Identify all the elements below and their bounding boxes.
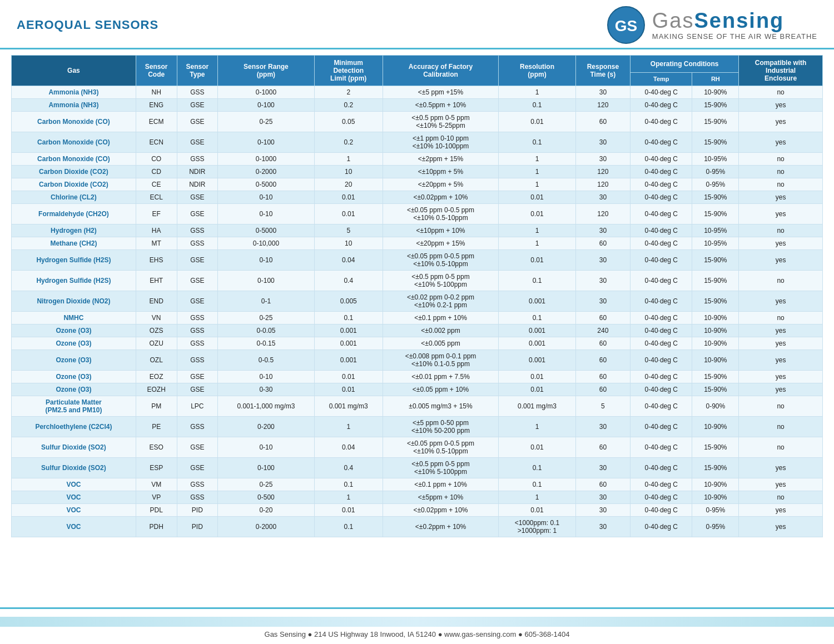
- cell-code: ESO: [136, 437, 177, 458]
- cell-type: GSE: [177, 191, 218, 204]
- cell-compat: yes: [739, 291, 823, 312]
- cell-temp: 0-40·deg C: [631, 86, 692, 99]
- cell-compat: no: [739, 491, 823, 504]
- cell-accuracy: <±10ppm + 5%: [383, 166, 499, 178]
- cell-resolution: 1: [499, 237, 575, 250]
- cell-rh: 0-90%: [692, 396, 739, 417]
- cell-response: 60: [575, 371, 630, 383]
- col-gas: Gas: [12, 56, 136, 86]
- cell-response: 120: [575, 166, 630, 178]
- cell-temp: 0-40·deg C: [631, 153, 692, 166]
- cell-gas: Ozone (O3): [12, 337, 136, 350]
- cell-compat: no: [739, 178, 823, 191]
- cell-compat: yes: [739, 478, 823, 491]
- cell-response: 30: [575, 132, 630, 153]
- cell-compat: no: [739, 153, 823, 166]
- cell-type: GSS: [177, 224, 218, 237]
- table-row: Chlorine (CL2)ECLGSE0-100.01<±0.02ppm + …: [12, 191, 823, 204]
- table-row: Hydrogen Sulfide (H2S)EHSGSE0-100.04<±0.…: [12, 250, 823, 271]
- logo-text-area: GasSensing MAKING SENSE OF THE AIR WE BR…: [652, 10, 817, 41]
- cell-temp: 0-40·deg C: [631, 325, 692, 337]
- cell-response: 30: [575, 224, 630, 237]
- cell-rh: 15-90%: [692, 291, 739, 312]
- page-wrapper: AEROQUAL SENSORS GS GasSensing MAKING SE…: [0, 0, 834, 644]
- cell-response: 60: [575, 437, 630, 458]
- cell-response: 240: [575, 325, 630, 337]
- cell-code: EOZH: [136, 383, 177, 396]
- cell-type: GSE: [177, 250, 218, 271]
- cell-accuracy: <±0.5 ppm 0-5 ppm<±10% 5-100ppm: [383, 271, 499, 291]
- cell-compat: yes: [739, 204, 823, 224]
- cell-gas: Hydrogen (H2): [12, 224, 136, 237]
- cell-accuracy: <±5 ppm 0-50 ppm<±10% 50-200 ppm: [383, 417, 499, 437]
- cell-min-det: 0.001: [314, 350, 383, 371]
- cell-accuracy: <±0.005 ppm: [383, 337, 499, 350]
- cell-code: MT: [136, 237, 177, 250]
- cell-temp: 0-40·deg C: [631, 191, 692, 204]
- cell-resolution: 0.1: [499, 99, 575, 112]
- cell-resolution: 0.01: [499, 191, 575, 204]
- cell-response: 60: [575, 237, 630, 250]
- table-row: Carbon Monoxide (CO)ECNGSE0-1000.2<±1 pp…: [12, 132, 823, 153]
- table-row: Sulfur Dioxide (SO2)ESOGSE0-100.04<±0.05…: [12, 437, 823, 458]
- col-sensor-code: SensorCode: [136, 56, 177, 86]
- aeroqual-title: AEROQUAL SENSORS: [17, 18, 158, 32]
- cell-temp: 0-40·deg C: [631, 178, 692, 191]
- cell-range: 0-100: [218, 271, 315, 291]
- table-row: Particulate Matter(PM2.5 and PM10)PMLPC0…: [12, 396, 823, 417]
- cell-code: ECM: [136, 112, 177, 132]
- cell-gas: Ozone (O3): [12, 383, 136, 396]
- cell-type: GSS: [177, 417, 218, 437]
- cell-resolution: 0.001: [499, 325, 575, 337]
- cell-min-det: 0.1: [314, 517, 383, 537]
- cell-code: PM: [136, 396, 177, 417]
- cell-temp: 0-40·deg C: [631, 491, 692, 504]
- cell-resolution: 1: [499, 153, 575, 166]
- col-resolution: Resolution(ppm): [499, 56, 575, 86]
- cell-gas: Carbon Monoxide (CO): [12, 132, 136, 153]
- cell-compat: yes: [739, 504, 823, 517]
- cell-gas: Ozone (O3): [12, 350, 136, 371]
- table-row: Sulfur Dioxide (SO2)ESPGSE0-1000.4<±0.5 …: [12, 458, 823, 478]
- table-row: Perchloethylene (C2Cl4)PEGSS0-2001<±5 pp…: [12, 417, 823, 437]
- cell-type: LPC: [177, 396, 218, 417]
- cell-rh: 10-90%: [692, 325, 739, 337]
- cell-min-det: 0.4: [314, 271, 383, 291]
- cell-min-det: 1: [314, 491, 383, 504]
- cell-accuracy: <±0.5ppm + 10%: [383, 99, 499, 112]
- cell-code: VP: [136, 491, 177, 504]
- cell-type: NDIR: [177, 178, 218, 191]
- cell-gas: VOC: [12, 517, 136, 537]
- cell-min-det: 0.4: [314, 458, 383, 478]
- table-row: Methane (CH2)MTGSS0-10,00010<±20ppm + 15…: [12, 237, 823, 250]
- cell-rh: 10-90%: [692, 417, 739, 437]
- cell-type: GSE: [177, 112, 218, 132]
- cell-range: 0-1000: [218, 153, 315, 166]
- cell-rh: 10-95%: [692, 237, 739, 250]
- cell-response: 120: [575, 204, 630, 224]
- table-row: Ozone (O3)EOZHGSE0-300.01<±0.05 ppm + 10…: [12, 383, 823, 396]
- cell-response: 30: [575, 153, 630, 166]
- cell-range: 0-10: [218, 204, 315, 224]
- cell-compat: no: [739, 417, 823, 437]
- cell-min-det: 10: [314, 166, 383, 178]
- cell-temp: 0-40·deg C: [631, 291, 692, 312]
- cell-temp: 0-40·deg C: [631, 132, 692, 153]
- cell-rh: 15-90%: [692, 371, 739, 383]
- table-row: Carbon Dioxide (CO2)CDNDIR0-200010<±10pp…: [12, 166, 823, 178]
- cell-type: GSE: [177, 99, 218, 112]
- cell-resolution: 0.001: [499, 291, 575, 312]
- cell-resolution: 0.1: [499, 271, 575, 291]
- cell-resolution: 0.01: [499, 112, 575, 132]
- cell-gas: Hydrogen Sulfide (H2S): [12, 250, 136, 271]
- cell-gas: Sulfur Dioxide (SO2): [12, 458, 136, 478]
- cell-type: GSS: [177, 478, 218, 491]
- cell-code: OZS: [136, 325, 177, 337]
- cell-resolution: 0.01: [499, 437, 575, 458]
- logo-name: GasSensing: [652, 10, 817, 31]
- cell-type: GSS: [177, 153, 218, 166]
- cell-range: 0-1000: [218, 86, 315, 99]
- cell-response: 60: [575, 337, 630, 350]
- table-header-row: Gas SensorCode SensorType Sensor Range(p…: [12, 56, 823, 73]
- col-response-time: ResponseTime (s): [575, 56, 630, 86]
